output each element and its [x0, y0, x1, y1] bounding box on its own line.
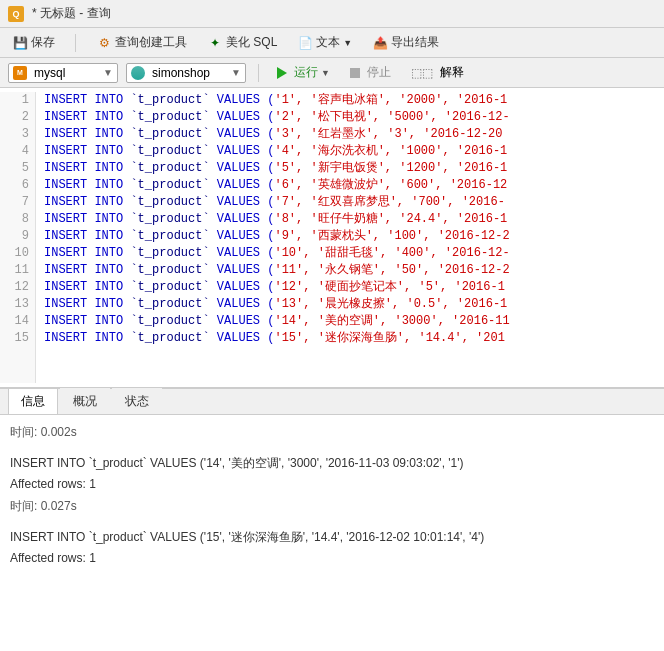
line-numbers: 123456789101112131415: [0, 92, 36, 383]
title-bar: Q * 无标题 - 查询: [0, 0, 664, 28]
stop-icon: [350, 68, 360, 78]
keyword-values: VALUES (: [217, 195, 275, 209]
keyword-insert: INSERT INTO: [44, 246, 123, 260]
keyword-insert: INSERT INTO: [44, 195, 123, 209]
line-number: 10: [6, 245, 29, 262]
save-icon: 💾: [12, 35, 28, 51]
separator-1: [75, 34, 76, 52]
line-number: 7: [6, 194, 29, 211]
line-number: 11: [6, 262, 29, 279]
info-content: 时间: 0.002sINSERT INTO `t_product` VALUES…: [0, 415, 664, 651]
code-line[interactable]: INSERT INTO `t_product` VALUES ('11', '永…: [44, 262, 656, 279]
code-line[interactable]: INSERT INTO `t_product` VALUES ('12', '硬…: [44, 279, 656, 296]
database-value: simonshop: [152, 66, 210, 80]
code-line[interactable]: INSERT INTO `t_product` VALUES ('4', '海尔…: [44, 143, 656, 160]
run-icon: [277, 67, 287, 79]
code-line[interactable]: INSERT INTO `t_product` VALUES ('6', '英雄…: [44, 177, 656, 194]
line-number: 2: [6, 109, 29, 126]
table-name: `t_product`: [123, 263, 217, 277]
run-dropdown-icon: ▼: [321, 68, 330, 78]
connection-bar: M mysql ▼ simonshop ▼ 运行 ▼ 停止 ⬚⬚ 解释: [0, 58, 664, 88]
keyword-values: VALUES (: [217, 280, 275, 294]
values-content: '3', '红岩墨水', '3', '2016-12-20: [274, 127, 502, 141]
keyword-values: VALUES (: [217, 229, 275, 243]
keyword-values: VALUES (: [217, 263, 275, 277]
database-select[interactable]: simonshop ▼: [126, 63, 246, 83]
keyword-values: VALUES (: [217, 331, 275, 345]
values-content: '5', '新宇电饭煲', '1200', '2016-1: [274, 161, 507, 175]
tab-概况[interactable]: 概况: [60, 388, 110, 414]
keyword-values: VALUES (: [217, 161, 275, 175]
info-line-time: 时间: 0.002s: [10, 423, 654, 442]
text-button[interactable]: 📄 文本 ▼: [293, 32, 356, 53]
explain-button[interactable]: ⬚⬚ 解释: [405, 62, 470, 83]
text-label: 文本: [316, 34, 340, 51]
toolbar: 💾 保存 ⚙ 查询创建工具 ✦ 美化 SQL 📄 文本 ▼ 📤 导出结果: [0, 28, 664, 58]
export-label: 导出结果: [391, 34, 439, 51]
keyword-values: VALUES (: [217, 110, 275, 124]
code-line[interactable]: INSERT INTO `t_product` VALUES ('13', '晨…: [44, 296, 656, 313]
window-title: * 无标题 - 查询: [32, 5, 111, 22]
line-number: 15: [6, 330, 29, 347]
line-number: 5: [6, 160, 29, 177]
query-tool-button[interactable]: ⚙ 查询创建工具: [92, 32, 191, 53]
beautify-label: 美化 SQL: [226, 34, 277, 51]
code-line[interactable]: INSERT INTO `t_product` VALUES ('9', '西蒙…: [44, 228, 656, 245]
values-content: '6', '英雄微波炉', '600', '2016-12: [274, 178, 507, 192]
line-number: 12: [6, 279, 29, 296]
line-number: 1: [6, 92, 29, 109]
table-name: `t_product`: [123, 280, 217, 294]
export-icon: 📤: [372, 35, 388, 51]
tabs-bar: 信息概况状态: [0, 389, 664, 415]
tab-信息[interactable]: 信息: [8, 388, 58, 414]
table-name: `t_product`: [123, 178, 217, 192]
code-line[interactable]: INSERT INTO `t_product` VALUES ('7', '红双…: [44, 194, 656, 211]
stop-button[interactable]: 停止: [344, 62, 397, 83]
values-content: '12', '硬面抄笔记本', '5', '2016-1: [274, 280, 504, 294]
beautify-sql-button[interactable]: ✦ 美化 SQL: [203, 32, 281, 53]
table-name: `t_product`: [123, 93, 217, 107]
keyword-insert: INSERT INTO: [44, 178, 123, 192]
line-number: 14: [6, 313, 29, 330]
query-tool-label: 查询创建工具: [115, 34, 187, 51]
explain-label: 解释: [440, 64, 464, 81]
keyword-values: VALUES (: [217, 93, 275, 107]
keyword-insert: INSERT INTO: [44, 127, 123, 141]
save-button[interactable]: 💾 保存: [8, 32, 59, 53]
table-name: `t_product`: [123, 161, 217, 175]
code-line[interactable]: INSERT INTO `t_product` VALUES ('8', '旺仔…: [44, 211, 656, 228]
values-content: '1', '容声电冰箱', '2000', '2016-1: [274, 93, 507, 107]
text-dropdown-icon: ▼: [343, 38, 352, 48]
database-icon: [131, 66, 145, 80]
sql-editor[interactable]: 123456789101112131415 INSERT INTO `t_pro…: [0, 88, 664, 388]
code-line[interactable]: INSERT INTO `t_product` VALUES ('14', '美…: [44, 313, 656, 330]
table-name: `t_product`: [123, 144, 217, 158]
code-line[interactable]: INSERT INTO `t_product` VALUES ('1', '容声…: [44, 92, 656, 109]
table-name: `t_product`: [123, 127, 217, 141]
keyword-values: VALUES (: [217, 178, 275, 192]
keyword-values: VALUES (: [217, 144, 275, 158]
code-line[interactable]: INSERT INTO `t_product` VALUES ('2', '松下…: [44, 109, 656, 126]
table-name: `t_product`: [123, 195, 217, 209]
table-name: `t_product`: [123, 246, 217, 260]
bottom-panel: 信息概况状态 时间: 0.002sINSERT INTO `t_product`…: [0, 388, 664, 651]
mysql-icon: M: [13, 66, 27, 80]
code-line[interactable]: INSERT INTO `t_product` VALUES ('15', '迷…: [44, 330, 656, 347]
tab-状态[interactable]: 状态: [112, 388, 162, 414]
values-content: '8', '旺仔牛奶糖', '24.4', '2016-1: [274, 212, 507, 226]
run-button[interactable]: 运行 ▼: [271, 62, 336, 83]
line-number: 3: [6, 126, 29, 143]
save-label: 保存: [31, 34, 55, 51]
code-line[interactable]: INSERT INTO `t_product` VALUES ('3', '红岩…: [44, 126, 656, 143]
values-content: '7', '红双喜席梦思', '700', '2016-: [274, 195, 504, 209]
explain-icon: ⬚⬚: [411, 66, 433, 80]
keyword-insert: INSERT INTO: [44, 263, 123, 277]
values-content: '10', '甜甜毛毯', '400', '2016-12-: [274, 246, 509, 260]
keyword-insert: INSERT INTO: [44, 93, 123, 107]
db-engine-select[interactable]: M mysql ▼: [8, 63, 118, 83]
code-line[interactable]: INSERT INTO `t_product` VALUES ('10', '甜…: [44, 245, 656, 262]
code-content[interactable]: INSERT INTO `t_product` VALUES ('1', '容声…: [36, 92, 664, 383]
keyword-values: VALUES (: [217, 127, 275, 141]
code-line[interactable]: INSERT INTO `t_product` VALUES ('5', '新宇…: [44, 160, 656, 177]
export-results-button[interactable]: 📤 导出结果: [368, 32, 443, 53]
